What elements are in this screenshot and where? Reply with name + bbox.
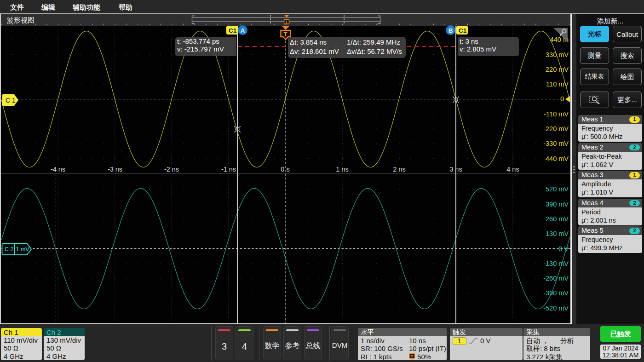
svg-text:T: T [285, 20, 288, 24]
svg-text:T: T [411, 353, 414, 358]
